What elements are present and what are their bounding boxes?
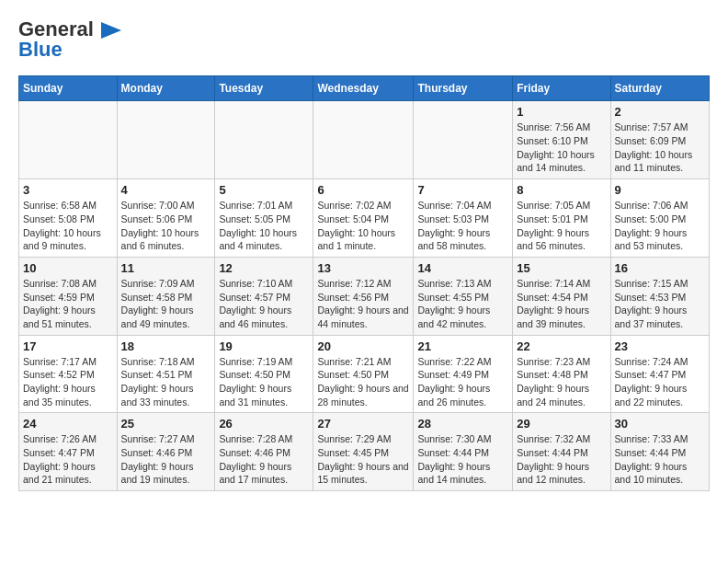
day-info: Sunrise: 7:08 AM Sunset: 4:59 PM Dayligh… [23,277,113,331]
day-number: 19 [219,339,309,353]
day-number: 3 [23,183,113,197]
calendar-cell: 5Sunrise: 7:01 AM Sunset: 5:05 PM Daylig… [215,179,313,258]
day-info: Sunrise: 7:32 AM Sunset: 4:44 PM Dayligh… [517,432,606,487]
day-info: Sunrise: 7:09 AM Sunset: 4:58 PM Dayligh… [121,277,211,331]
day-info: Sunrise: 7:06 AM Sunset: 5:00 PM Dayligh… [615,199,705,253]
day-info: Sunrise: 7:21 AM Sunset: 4:50 PM Dayligh… [317,355,409,409]
svg-marker-0 [101,22,121,39]
header: General Blue [18,18,710,61]
day-number: 13 [317,261,409,275]
calendar-cell: 14Sunrise: 7:13 AM Sunset: 4:55 PM Dayli… [414,257,513,335]
day-number: 14 [417,261,508,275]
day-number: 2 [615,105,705,119]
day-info: Sunrise: 7:13 AM Sunset: 4:55 PM Dayligh… [417,277,508,331]
day-number: 30 [615,417,705,431]
calendar-cell: 6Sunrise: 7:02 AM Sunset: 5:04 PM Daylig… [313,179,414,258]
day-number: 20 [317,339,409,353]
day-number: 16 [615,261,705,275]
header-wednesday: Wednesday [313,76,414,101]
day-number: 1 [517,105,606,119]
week-row-3: 10Sunrise: 7:08 AM Sunset: 4:59 PM Dayli… [19,257,710,335]
day-info: Sunrise: 7:10 AM Sunset: 4:57 PM Dayligh… [219,277,309,331]
day-info: Sunrise: 7:33 AM Sunset: 4:44 PM Dayligh… [615,432,705,487]
logo-arrow-icon [101,22,121,39]
calendar-cell: 3Sunrise: 6:58 AM Sunset: 5:08 PM Daylig… [19,179,118,258]
day-number: 12 [219,261,309,275]
day-number: 28 [417,417,508,431]
day-info: Sunrise: 7:27 AM Sunset: 4:46 PM Dayligh… [121,432,211,487]
day-info: Sunrise: 7:18 AM Sunset: 4:51 PM Dayligh… [121,355,211,409]
calendar-cell: 19Sunrise: 7:19 AM Sunset: 4:50 PM Dayli… [215,335,313,413]
day-number: 8 [517,183,606,197]
day-info: Sunrise: 7:12 AM Sunset: 4:56 PM Dayligh… [317,277,409,331]
day-number: 9 [615,183,705,197]
day-number: 11 [121,261,211,275]
calendar-cell: 20Sunrise: 7:21 AM Sunset: 4:50 PM Dayli… [313,335,414,413]
calendar-cell: 18Sunrise: 7:18 AM Sunset: 4:51 PM Dayli… [117,335,215,413]
calendar-cell: 30Sunrise: 7:33 AM Sunset: 4:44 PM Dayli… [610,413,709,491]
week-row-5: 24Sunrise: 7:26 AM Sunset: 4:47 PM Dayli… [19,413,710,491]
day-info: Sunrise: 6:58 AM Sunset: 5:08 PM Dayligh… [23,199,113,253]
calendar-cell: 2Sunrise: 7:57 AM Sunset: 6:09 PM Daylig… [610,101,709,179]
day-info: Sunrise: 7:04 AM Sunset: 5:03 PM Dayligh… [417,199,508,253]
day-number: 15 [517,261,606,275]
week-row-1: 1Sunrise: 7:56 AM Sunset: 6:10 PM Daylig… [19,101,710,179]
calendar-cell: 21Sunrise: 7:22 AM Sunset: 4:49 PM Dayli… [414,335,513,413]
calendar-cell: 9Sunrise: 7:06 AM Sunset: 5:00 PM Daylig… [610,179,709,258]
day-info: Sunrise: 7:24 AM Sunset: 4:47 PM Dayligh… [615,355,705,409]
day-info: Sunrise: 7:26 AM Sunset: 4:47 PM Dayligh… [23,432,113,487]
day-info: Sunrise: 7:23 AM Sunset: 4:48 PM Dayligh… [517,355,606,409]
calendar-cell: 10Sunrise: 7:08 AM Sunset: 4:59 PM Dayli… [19,257,118,335]
calendar-cell [117,101,215,179]
week-row-4: 17Sunrise: 7:17 AM Sunset: 4:52 PM Dayli… [19,335,710,413]
day-info: Sunrise: 7:00 AM Sunset: 5:06 PM Dayligh… [121,199,211,253]
header-saturday: Saturday [610,76,709,101]
day-number: 23 [615,339,705,353]
calendar-cell: 4Sunrise: 7:00 AM Sunset: 5:06 PM Daylig… [117,179,215,258]
day-number: 5 [219,183,309,197]
day-number: 18 [121,339,211,353]
calendar-cell [215,101,313,179]
calendar-cell: 26Sunrise: 7:28 AM Sunset: 4:46 PM Dayli… [215,413,313,491]
calendar-cell [414,101,513,179]
calendar-cell: 27Sunrise: 7:29 AM Sunset: 4:45 PM Dayli… [313,413,414,491]
calendar-cell: 24Sunrise: 7:26 AM Sunset: 4:47 PM Dayli… [19,413,118,491]
week-row-2: 3Sunrise: 6:58 AM Sunset: 5:08 PM Daylig… [19,179,710,258]
calendar-cell: 23Sunrise: 7:24 AM Sunset: 4:47 PM Dayli… [610,335,709,413]
day-number: 4 [121,183,211,197]
calendar-cell: 28Sunrise: 7:30 AM Sunset: 4:44 PM Dayli… [414,413,513,491]
day-number: 22 [517,339,606,353]
day-number: 10 [23,261,113,275]
day-number: 7 [417,183,508,197]
calendar-cell: 29Sunrise: 7:32 AM Sunset: 4:44 PM Dayli… [513,413,610,491]
day-number: 21 [417,339,508,353]
calendar-cell: 15Sunrise: 7:14 AM Sunset: 4:54 PM Dayli… [513,257,610,335]
calendar-cell: 16Sunrise: 7:15 AM Sunset: 4:53 PM Dayli… [610,257,709,335]
calendar-cell: 17Sunrise: 7:17 AM Sunset: 4:52 PM Dayli… [19,335,118,413]
logo-blue: Blue [18,38,63,61]
calendar-cell [19,101,118,179]
calendar-cell: 7Sunrise: 7:04 AM Sunset: 5:03 PM Daylig… [414,179,513,258]
header-tuesday: Tuesday [215,76,313,101]
day-info: Sunrise: 7:30 AM Sunset: 4:44 PM Dayligh… [417,432,508,487]
day-info: Sunrise: 7:29 AM Sunset: 4:45 PM Dayligh… [317,432,409,487]
day-info: Sunrise: 7:02 AM Sunset: 5:04 PM Dayligh… [317,199,409,253]
day-info: Sunrise: 7:28 AM Sunset: 4:46 PM Dayligh… [219,432,309,487]
day-number: 17 [23,339,113,353]
day-info: Sunrise: 7:01 AM Sunset: 5:05 PM Dayligh… [219,199,309,253]
day-info: Sunrise: 7:17 AM Sunset: 4:52 PM Dayligh… [23,355,113,409]
calendar-cell: 8Sunrise: 7:05 AM Sunset: 5:01 PM Daylig… [513,179,610,258]
day-info: Sunrise: 7:22 AM Sunset: 4:49 PM Dayligh… [417,355,508,409]
header-sunday: Sunday [19,76,118,101]
day-info: Sunrise: 7:19 AM Sunset: 4:50 PM Dayligh… [219,355,309,409]
calendar-cell: 12Sunrise: 7:10 AM Sunset: 4:57 PM Dayli… [215,257,313,335]
header-thursday: Thursday [414,76,513,101]
header-friday: Friday [513,76,610,101]
calendar-cell: 25Sunrise: 7:27 AM Sunset: 4:46 PM Dayli… [117,413,215,491]
calendar-cell: 22Sunrise: 7:23 AM Sunset: 4:48 PM Dayli… [513,335,610,413]
day-info: Sunrise: 7:14 AM Sunset: 4:54 PM Dayligh… [517,277,606,331]
calendar-cell: 11Sunrise: 7:09 AM Sunset: 4:58 PM Dayli… [117,257,215,335]
calendar-cell: 13Sunrise: 7:12 AM Sunset: 4:56 PM Dayli… [313,257,414,335]
calendar-header-row: SundayMondayTuesdayWednesdayThursdayFrid… [19,76,710,101]
day-number: 25 [121,417,211,431]
